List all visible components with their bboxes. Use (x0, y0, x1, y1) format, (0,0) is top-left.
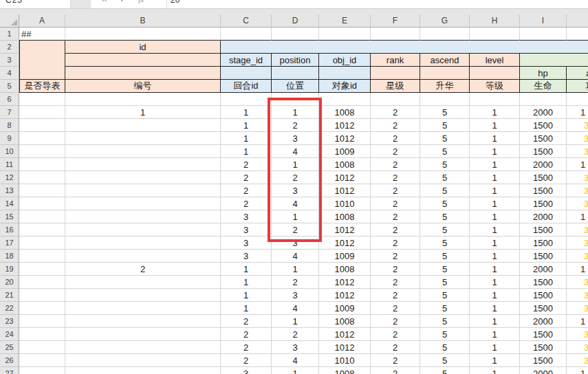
cell-G19[interactable]: 5 (420, 263, 470, 276)
cell-A1[interactable]: ## (19, 28, 65, 41)
enter-icon[interactable]: ✓ (120, 0, 126, 9)
cell-H27[interactable]: 1 (470, 367, 520, 374)
cell-I18[interactable]: 1500 (520, 250, 567, 263)
cell-B24[interactable] (65, 328, 221, 341)
cell-J4-atk[interactable]: at (567, 67, 588, 80)
cell-A26[interactable] (19, 354, 65, 367)
cell-I27[interactable]: 2000 (520, 367, 567, 374)
cell-G16[interactable]: 5 (420, 223, 470, 236)
cell-F17[interactable]: 2 (371, 236, 420, 250)
cell-D9[interactable]: 3 (272, 132, 319, 145)
cell-C15[interactable]: 3 (221, 210, 272, 223)
row-header-27[interactable]: 27 (0, 367, 19, 374)
cell-G7[interactable]: 5 (420, 106, 470, 119)
cell-H14[interactable]: 1 (470, 197, 520, 210)
cell-D23[interactable]: 1 (272, 315, 319, 328)
cell-F19[interactable]: 2 (371, 263, 420, 276)
cell-E26[interactable]: 1010 (319, 354, 371, 367)
cell-J9[interactable]: 3 (567, 132, 588, 145)
cell-G27[interactable]: 5 (420, 367, 470, 374)
cell-I7[interactable]: 2000 (520, 106, 567, 119)
column-header-H[interactable]: H (470, 14, 520, 28)
cell-C5[interactable]: 回合id (221, 80, 272, 93)
fx-icon[interactable]: fx (138, 0, 144, 9)
row-header-2[interactable]: 2 (0, 41, 19, 54)
cell-D17[interactable]: 3 (272, 236, 319, 250)
cell-H20[interactable]: 1 (470, 276, 520, 289)
cancel-icon[interactable]: ✕ (101, 0, 107, 9)
cell-I10[interactable]: 1500 (520, 145, 567, 158)
select-all-corner[interactable] (0, 14, 19, 28)
cell-F21[interactable]: 2 (371, 289, 420, 302)
cell-G18[interactable]: 5 (420, 250, 470, 263)
name-box[interactable]: C25 (0, 0, 71, 9)
cell-C20[interactable]: 1 (221, 276, 272, 289)
row-header-8[interactable]: 8 (0, 119, 19, 132)
cell-A25[interactable] (19, 341, 65, 354)
cell-C18[interactable]: 3 (221, 250, 272, 263)
cell-J17[interactable]: 3 (567, 236, 588, 250)
cell-G17[interactable]: 5 (420, 236, 470, 250)
cell-A7[interactable] (19, 106, 65, 119)
cell-F6[interactable] (371, 93, 420, 106)
cell-A14[interactable] (19, 197, 65, 210)
cell-D7[interactable]: 1 (272, 106, 319, 119)
row-header-19[interactable]: 19 (0, 263, 19, 276)
cell-I20[interactable]: 1500 (520, 276, 567, 289)
cell-I15[interactable]: 2000 (520, 210, 567, 223)
column-header-D[interactable]: D (272, 14, 319, 28)
cell-J8[interactable]: 3 (567, 119, 588, 132)
row-header-7[interactable]: 7 (0, 106, 19, 119)
cell-G24[interactable]: 5 (420, 328, 470, 341)
cell-D26[interactable]: 4 (272, 354, 319, 367)
cell-F12[interactable]: 2 (371, 171, 420, 184)
cell-H11[interactable]: 1 (470, 158, 520, 171)
cell-E7[interactable]: 1008 (319, 106, 371, 119)
cell-B27[interactable] (65, 367, 221, 374)
cell-F18[interactable]: 2 (371, 250, 420, 263)
cell-G4[interactable] (420, 67, 470, 80)
row-header-18[interactable]: 18 (0, 250, 19, 263)
cell-B17[interactable] (65, 236, 221, 250)
cell-E9[interactable]: 1012 (319, 132, 371, 145)
cell-I26[interactable]: 1500 (520, 354, 567, 367)
cell-H13[interactable]: 1 (470, 184, 520, 197)
formula-input[interactable]: 20 (167, 0, 588, 9)
cell-E1[interactable] (319, 28, 371, 41)
row-header-12[interactable]: 12 (0, 171, 19, 184)
cell-F22[interactable]: 2 (371, 302, 420, 315)
cell-A9[interactable] (19, 132, 65, 145)
cell-H22[interactable]: 1 (470, 302, 520, 315)
row-header-16[interactable]: 16 (0, 223, 19, 236)
cell-I22[interactable]: 1500 (520, 302, 567, 315)
cell-A6[interactable] (19, 93, 65, 106)
cell-G25[interactable]: 5 (420, 341, 470, 354)
cell-H10[interactable]: 1 (470, 145, 520, 158)
cell-G13[interactable]: 5 (420, 184, 470, 197)
cell-D22[interactable]: 4 (272, 302, 319, 315)
row-header-17[interactable]: 17 (0, 236, 19, 250)
cell-C12[interactable]: 2 (221, 171, 272, 184)
cell-A16[interactable] (19, 223, 65, 236)
cell-G22[interactable]: 5 (420, 302, 470, 315)
cell-C19[interactable]: 1 (221, 263, 272, 276)
cell-E25[interactable]: 1012 (319, 341, 371, 354)
column-header-B[interactable]: B (65, 14, 221, 28)
cell-G26[interactable]: 5 (420, 354, 470, 367)
cell-J12[interactable]: 3 (567, 171, 588, 184)
cell-D13[interactable]: 3 (272, 184, 319, 197)
cell-J16[interactable]: 3 (567, 223, 588, 236)
cell-E8[interactable]: 1012 (319, 119, 371, 132)
cell-J18[interactable]: 3 (567, 250, 588, 263)
cell-B19[interactable]: 2 (65, 263, 221, 276)
cell-D11[interactable]: 1 (272, 158, 319, 171)
cell-A27[interactable] (19, 367, 65, 374)
row-header-6[interactable]: 6 (0, 93, 19, 106)
row-header-14[interactable]: 14 (0, 197, 19, 210)
cell-I6[interactable] (520, 93, 567, 106)
cell-I21[interactable]: 1500 (520, 289, 567, 302)
cell-F1[interactable] (371, 28, 420, 41)
cell-B9[interactable] (65, 132, 221, 145)
cell-I5[interactable]: 生命 (520, 80, 567, 93)
cell-I25[interactable]: 1500 (520, 341, 567, 354)
